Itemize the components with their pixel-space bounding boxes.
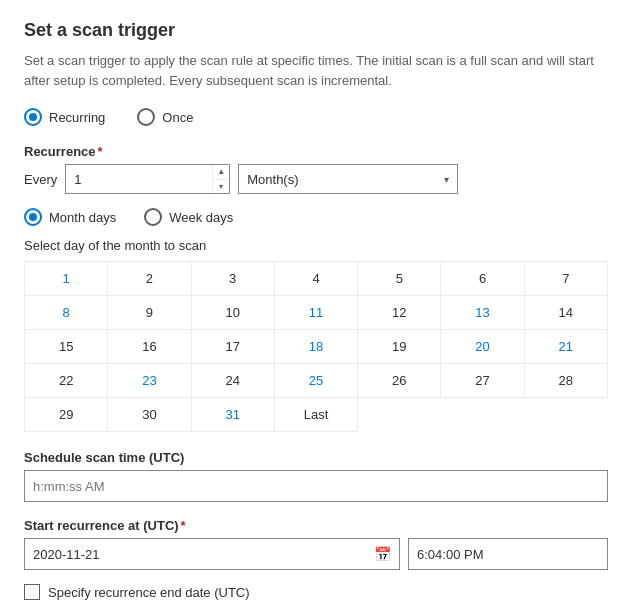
spinner-container: ▲ ▾: [212, 165, 229, 193]
month-days-radio[interactable]: [24, 208, 42, 226]
date-input-wrap: 📅: [24, 538, 400, 570]
calendar-day-1[interactable]: 1: [25, 262, 108, 296]
calendar-day-17[interactable]: 17: [192, 330, 275, 364]
calendar-icon[interactable]: 📅: [366, 542, 399, 566]
week-days-label: Week days: [169, 210, 233, 225]
calendar-day-8[interactable]: 8: [25, 296, 108, 330]
day-type-group: Month days Week days: [24, 208, 608, 226]
calendar-day-7[interactable]: 7: [525, 262, 608, 296]
calendar-day-5[interactable]: 5: [358, 262, 441, 296]
calendar-day-3[interactable]: 3: [192, 262, 275, 296]
recurring-label: Recurring: [49, 110, 105, 125]
calendar-day-24[interactable]: 24: [192, 364, 275, 398]
every-label: Every: [24, 172, 57, 187]
calendar-day-19[interactable]: 19: [358, 330, 441, 364]
calendar-day-16[interactable]: 16: [108, 330, 191, 364]
end-date-row: Specify recurrence end date (UTC): [24, 584, 608, 600]
calendar-day-2[interactable]: 2: [108, 262, 191, 296]
calendar-day-13[interactable]: 13: [441, 296, 524, 330]
end-date-label: Specify recurrence end date (UTC): [48, 585, 250, 600]
calendar-day-27[interactable]: 27: [441, 364, 524, 398]
start-recurrence-label: Start recurrence at (UTC)*: [24, 518, 608, 533]
calendar-day-6[interactable]: 6: [441, 262, 524, 296]
spin-up-button[interactable]: ▲: [213, 165, 229, 179]
start-time-input[interactable]: [408, 538, 608, 570]
calendar-day-31[interactable]: 31: [192, 398, 275, 432]
calendar-day-Last[interactable]: Last: [275, 398, 358, 432]
every-number-input-wrap: ▲ ▾: [65, 164, 230, 194]
once-option[interactable]: Once: [137, 108, 193, 126]
calendar-day-18[interactable]: 18: [275, 330, 358, 364]
scan-time-group: Schedule scan time (UTC): [24, 450, 608, 502]
calendar-label: Select day of the month to scan: [24, 238, 608, 253]
page-description: Set a scan trigger to apply the scan rul…: [24, 51, 608, 90]
period-select-wrap[interactable]: Month(s) Week(s) Day(s) ▾: [238, 164, 458, 194]
start-recurrence-group: Start recurrence at (UTC)* 📅: [24, 518, 608, 570]
recurrence-row: Every ▲ ▾ Month(s) Week(s) Day(s) ▾: [24, 164, 608, 194]
period-select[interactable]: Month(s) Week(s) Day(s): [247, 172, 444, 187]
calendar-day-25[interactable]: 25: [275, 364, 358, 398]
calendar-day-26[interactable]: 26: [358, 364, 441, 398]
chevron-down-icon: ▾: [444, 174, 449, 185]
month-days-label: Month days: [49, 210, 116, 225]
once-radio[interactable]: [137, 108, 155, 126]
calendar-day-12[interactable]: 12: [358, 296, 441, 330]
page-title: Set a scan trigger: [24, 20, 608, 41]
calendar-day-22[interactable]: 22: [25, 364, 108, 398]
calendar-day-28[interactable]: 28: [525, 364, 608, 398]
calendar-day-9[interactable]: 9: [108, 296, 191, 330]
calendar-grid: 1234567891011121314151617181920212223242…: [24, 261, 608, 432]
recurrence-label: Recurrence*: [24, 144, 608, 159]
spin-down-button[interactable]: ▾: [213, 180, 229, 194]
end-date-checkbox[interactable]: [24, 584, 40, 600]
week-days-radio[interactable]: [144, 208, 162, 226]
month-days-option[interactable]: Month days: [24, 208, 116, 226]
calendar-day-14[interactable]: 14: [525, 296, 608, 330]
calendar-day-10[interactable]: 10: [192, 296, 275, 330]
calendar-day-4[interactable]: 4: [275, 262, 358, 296]
recurring-option[interactable]: Recurring: [24, 108, 105, 126]
calendar-day-11[interactable]: 11: [275, 296, 358, 330]
calendar-day-23[interactable]: 23: [108, 364, 191, 398]
recurring-radio[interactable]: [24, 108, 42, 126]
calendar-day-21[interactable]: 21: [525, 330, 608, 364]
date-input[interactable]: [25, 543, 366, 566]
calendar-day-15[interactable]: 15: [25, 330, 108, 364]
trigger-type-group: Recurring Once: [24, 108, 608, 126]
start-recurrence-row: 📅: [24, 538, 608, 570]
week-days-option[interactable]: Week days: [144, 208, 233, 226]
once-label: Once: [162, 110, 193, 125]
every-number-input[interactable]: [66, 168, 212, 191]
scan-time-input[interactable]: [24, 470, 608, 502]
calendar-day-20[interactable]: 20: [441, 330, 524, 364]
calendar-day-30[interactable]: 30: [108, 398, 191, 432]
scan-time-label: Schedule scan time (UTC): [24, 450, 608, 465]
calendar-day-29[interactable]: 29: [25, 398, 108, 432]
